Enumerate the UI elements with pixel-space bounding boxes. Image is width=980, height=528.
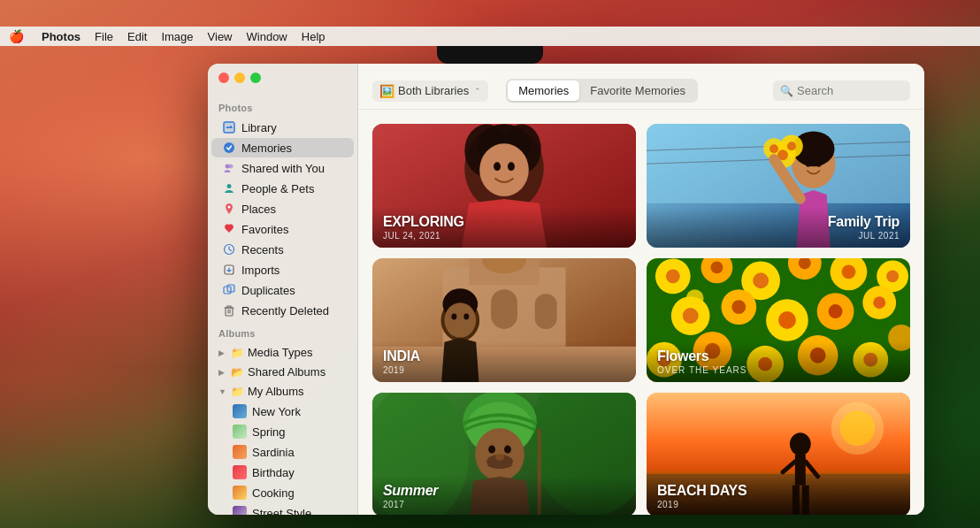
photos-section-label: Photos: [208, 96, 357, 117]
svg-point-66: [829, 304, 843, 318]
search-box[interactable]: 🔍: [773, 80, 910, 101]
memory-card-family-trip[interactable]: Family Trip JUL 2021: [647, 124, 910, 248]
menu-help[interactable]: Help: [302, 30, 325, 43]
family-trip-subtitle: JUL 2021: [657, 231, 900, 241]
svg-point-68: [873, 296, 885, 309]
svg-point-64: [778, 311, 796, 329]
segment-favorite-memories[interactable]: Favorite Memories: [579, 80, 696, 101]
svg-point-25: [806, 161, 811, 167]
svg-point-2: [224, 142, 234, 153]
shared-albums-label: Shared Albums: [248, 365, 325, 379]
sidebar-item-duplicates[interactable]: Duplicates: [211, 280, 354, 300]
apple-icon[interactable]: 🍎: [9, 29, 24, 43]
duplicates-label: Duplicates: [241, 284, 295, 297]
family-trip-title: Family Trip: [657, 214, 900, 230]
sidebar-item-favorites[interactable]: Favorites: [211, 219, 354, 239]
menu-window[interactable]: Window: [247, 30, 287, 43]
memory-card-flowers[interactable]: Flowers OVER THE YEARS: [647, 258, 910, 382]
sidebar-album-birthday[interactable]: Birthday: [211, 463, 354, 482]
sidebar-item-imports[interactable]: Imports: [211, 260, 354, 279]
svg-rect-37: [491, 289, 517, 329]
sidebar-group-shared-albums[interactable]: ▶ 📂 Shared Albums: [211, 363, 354, 381]
india-subtitle: 2019: [383, 365, 625, 375]
menu-image[interactable]: Image: [161, 30, 193, 43]
my-albums-chevron: ▼: [218, 387, 227, 396]
svg-point-26: [816, 161, 822, 167]
my-albums-label: My Albums: [248, 385, 304, 398]
sidebar-album-spring[interactable]: Spring: [211, 422, 354, 441]
imports-label: Imports: [241, 264, 279, 277]
favorites-icon: [222, 222, 236, 236]
svg-point-79: [686, 289, 704, 307]
svg-point-48: [666, 269, 680, 283]
recents-icon: [222, 242, 236, 256]
menu-file[interactable]: File: [95, 30, 113, 43]
recents-label: Recents: [241, 243, 284, 256]
menu-edit[interactable]: Edit: [127, 30, 147, 43]
svg-point-31: [769, 144, 778, 153]
memory-card-india[interactable]: INDIA 2019: [372, 258, 636, 382]
traffic-lights: [208, 64, 272, 92]
sidebar-album-sardinia[interactable]: Sardinia: [211, 442, 354, 462]
library-selector-label: Both Libraries: [398, 84, 469, 97]
summer-subtitle: 2017: [383, 500, 625, 509]
sardinia-thumb: [233, 445, 247, 459]
svg-point-89: [504, 446, 511, 454]
library-selector-icon: 🖼️: [379, 84, 394, 98]
media-types-chevron: ▶: [218, 348, 227, 357]
sidebar-item-recents[interactable]: Recents: [211, 240, 354, 259]
sidebar-item-recently-deleted[interactable]: Recently Deleted: [211, 301, 354, 320]
sidebar-album-cooking[interactable]: Cooking: [211, 483, 354, 502]
shared-label: Shared with You: [241, 162, 325, 175]
photos-window: Photos Library M: [208, 64, 924, 515]
places-label: Places: [241, 203, 276, 216]
svg-point-43: [444, 302, 476, 338]
minimize-button[interactable]: [234, 73, 245, 83]
street-style-label: Street Style: [252, 507, 311, 516]
duplicates-icon: [222, 283, 236, 297]
svg-point-32: [787, 142, 796, 150]
maximize-button[interactable]: [250, 73, 261, 83]
app-name: Photos: [42, 30, 80, 43]
library-selector[interactable]: 🖼️ Both Libraries ⌃: [372, 80, 488, 102]
memory-card-summer[interactable]: Summer 2017: [372, 393, 636, 515]
sidebar-group-media-types[interactable]: ▶ 📁 Media Types: [211, 343, 354, 362]
flowers-title: Flowers: [657, 348, 900, 364]
memory-card-beach-days[interactable]: BEACH DAYS 2019: [647, 393, 910, 515]
notch: [437, 46, 543, 64]
sidebar-item-places[interactable]: Places: [211, 199, 354, 218]
svg-rect-10: [227, 285, 234, 292]
svg-point-45: [463, 314, 469, 320]
menu-view[interactable]: View: [208, 30, 233, 43]
shared-albums-chevron: ▶: [218, 368, 227, 377]
sidebar-group-my-albums[interactable]: ▼ 📁 My Albums: [211, 382, 354, 401]
sidebar-album-street-style[interactable]: Street Style: [211, 503, 354, 515]
birthday-label: Birthday: [252, 466, 295, 479]
sidebar-item-library[interactable]: Library: [211, 118, 354, 137]
sidebar-album-new-york[interactable]: New York: [211, 402, 354, 421]
svg-point-50: [711, 261, 724, 273]
sidebar-item-people[interactable]: People & Pets: [211, 179, 354, 198]
india-title: INDIA: [383, 348, 625, 364]
shared-icon: [222, 161, 236, 175]
svg-rect-38: [535, 294, 557, 329]
recently-deleted-icon: [222, 303, 236, 318]
memories-grid: EXPLORING JUL 24, 2021: [358, 110, 924, 515]
library-label: Library: [241, 121, 277, 134]
people-icon: [222, 181, 236, 195]
toolbar: 🖼️ Both Libraries ⌃ Memories Favorite Me…: [358, 64, 924, 110]
svg-point-52: [753, 272, 769, 288]
albums-section-label: Albums: [208, 321, 357, 342]
search-input[interactable]: [797, 84, 903, 97]
sidebar-item-shared[interactable]: Shared with You: [211, 158, 354, 178]
memory-card-exploring[interactable]: EXPLORING JUL 24, 2021: [372, 124, 636, 248]
spring-label: Spring: [252, 425, 286, 439]
media-types-icon: 📁: [231, 347, 244, 359]
close-button[interactable]: [218, 73, 229, 83]
svg-point-62: [731, 300, 746, 314]
sidebar-item-memories[interactable]: Memories: [211, 138, 354, 157]
segment-memories[interactable]: Memories: [508, 80, 579, 101]
segment-control: Memories Favorite Memories: [506, 79, 698, 103]
svg-point-90: [495, 454, 504, 461]
sidebar: Photos Library M: [208, 64, 358, 515]
